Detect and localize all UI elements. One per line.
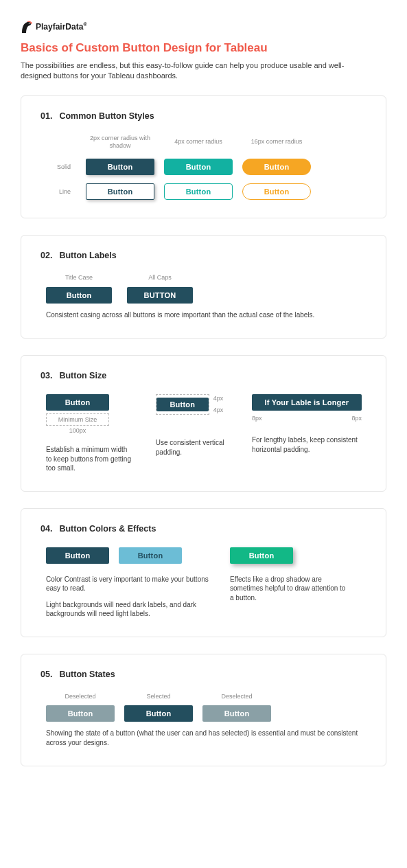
section-button-size: 03.Button Size Button Minimum Size 100px… bbox=[21, 355, 386, 492]
intro-text: The possibilities are endless, but this … bbox=[21, 60, 350, 82]
logo-text: PlayfairData® bbox=[36, 22, 87, 32]
button-allcaps[interactable]: BUTTON bbox=[127, 287, 193, 304]
button-line-orange[interactable]: Button bbox=[242, 183, 311, 200]
button-longlabel[interactable]: If Your Lable is Longer bbox=[252, 394, 362, 411]
button-minwidth[interactable]: Button bbox=[46, 394, 109, 411]
px8-left: 8px bbox=[252, 415, 262, 422]
bird-icon bbox=[21, 19, 33, 34]
button-selected[interactable]: Button bbox=[124, 705, 193, 722]
section-title: 01.Common Button Styles bbox=[40, 111, 367, 121]
section-button-labels: 02.Button Labels Title Case Button All C… bbox=[21, 235, 386, 339]
desc-vpadding: Use consistent vertical padding. bbox=[156, 438, 230, 457]
logo: PlayfairData® bbox=[21, 19, 386, 34]
px100-label: 100px bbox=[46, 427, 109, 434]
section-title: 04.Button Colors & Effects bbox=[40, 524, 367, 534]
svg-point-0 bbox=[29, 23, 30, 24]
button-contrast-dark[interactable]: Button bbox=[46, 547, 109, 564]
row-label-line: Line bbox=[49, 188, 76, 195]
label-titlecase: Title Case bbox=[65, 274, 93, 282]
button-deselected-2[interactable]: Button bbox=[202, 705, 271, 722]
note-states: Showing the state of a button (what the … bbox=[46, 729, 367, 748]
button-solid-navy[interactable]: Button bbox=[86, 159, 154, 175]
button-contrast-light[interactable]: Button bbox=[119, 547, 182, 564]
desc-minwidth: Establish a minimum width to keep button… bbox=[46, 445, 134, 473]
button-deselected-1[interactable]: Button bbox=[46, 705, 115, 722]
section-title: 02.Button Labels bbox=[40, 251, 367, 260]
min-size-label: Minimum Size bbox=[46, 413, 109, 426]
note-casing: Consistent casing across all buttons is … bbox=[46, 310, 367, 320]
section-common-styles: 01.Common Button Styles 2px corner radiu… bbox=[21, 95, 386, 219]
note-contrast-2: Light backgrounds will need dark labels,… bbox=[46, 600, 211, 619]
section-title: 05.Button States bbox=[40, 670, 367, 679]
px8-right: 8px bbox=[351, 415, 362, 422]
state-label-deselected-2: Deselected bbox=[202, 693, 271, 700]
px4-top: 4px bbox=[213, 396, 224, 402]
button-dropshadow[interactable]: Button bbox=[230, 547, 293, 564]
button-titlecase[interactable]: Button bbox=[46, 287, 112, 304]
col-label-2px: 2px corner radius with shadow bbox=[86, 135, 154, 150]
col-label-16px: 16px corner radius bbox=[242, 138, 311, 146]
section-title: 03.Button Size bbox=[40, 371, 367, 380]
button-line-navy[interactable]: Button bbox=[86, 183, 154, 200]
page-title: Basics of Custom Button Design for Table… bbox=[21, 41, 386, 55]
button-line-teal[interactable]: Button bbox=[164, 183, 233, 200]
label-allcaps: All Caps bbox=[148, 274, 172, 282]
state-label-selected: Selected bbox=[124, 693, 193, 700]
note-contrast-1: Color Contrast is very important to make… bbox=[46, 575, 211, 593]
col-label-4px: 4px corner radius bbox=[164, 138, 233, 146]
section-button-states: 05.Button States Deselected Selected Des… bbox=[21, 654, 386, 767]
button-vpadding[interactable]: Button bbox=[156, 398, 209, 411]
section-colors-effects: 04.Button Colors & Effects Button Button… bbox=[21, 508, 386, 637]
state-label-deselected-1: Deselected bbox=[46, 693, 115, 700]
button-solid-orange[interactable]: Button bbox=[242, 159, 311, 175]
px4-bottom: 4px bbox=[213, 407, 224, 413]
desc-hpadding: For lengthy labels, keep consistent hori… bbox=[252, 435, 367, 454]
note-dropshadow: Effects like a drop shadow are sometimes… bbox=[230, 575, 347, 603]
button-solid-teal[interactable]: Button bbox=[164, 159, 233, 175]
row-label-solid: Solid bbox=[49, 163, 76, 170]
